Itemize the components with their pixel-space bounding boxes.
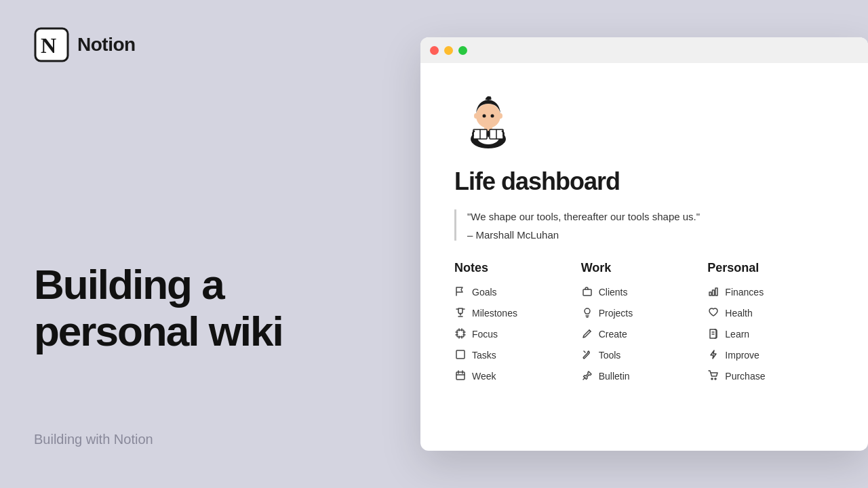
item-label: Milestones	[472, 308, 517, 319]
trophy-icon	[454, 307, 467, 320]
calendar-icon	[454, 370, 467, 383]
svg-point-6	[476, 104, 500, 128]
svg-point-8	[491, 115, 494, 118]
item-label: Tasks	[472, 350, 496, 361]
avatar-illustration	[454, 83, 522, 151]
svg-point-13	[474, 113, 478, 119]
notes-items: Goals Milestones Focus	[454, 283, 581, 386]
svg-line-33	[583, 378, 585, 380]
notion-logo-icon: N	[34, 27, 69, 62]
quote-author: – Marshall McLuhan	[467, 229, 834, 241]
list-item[interactable]: Learn	[707, 325, 834, 344]
list-item[interactable]: Week	[454, 367, 581, 386]
list-item[interactable]: Create	[581, 325, 708, 344]
list-item[interactable]: Finances	[707, 283, 834, 302]
browser-titlebar	[420, 37, 868, 63]
heading-line1: Building a	[34, 261, 224, 308]
close-button[interactable]	[430, 46, 439, 55]
list-item[interactable]: Purchase	[707, 367, 834, 386]
subheading: Building with Notion	[34, 432, 387, 447]
item-label: Create	[599, 329, 627, 340]
bar-chart-icon	[707, 286, 719, 299]
item-label: Focus	[472, 329, 498, 340]
svg-line-32	[589, 330, 591, 331]
svg-point-7	[483, 115, 486, 118]
flag-icon	[454, 286, 467, 299]
left-panel: N Notion Building a personal wiki Buildi…	[0, 0, 420, 488]
svg-point-14	[498, 113, 502, 119]
personal-items: Finances Health Learn	[707, 283, 834, 386]
svg-rect-35	[713, 290, 715, 296]
column-work: Work Clients Projects	[581, 261, 708, 386]
item-label: Clients	[599, 287, 628, 298]
list-item[interactable]: Clients	[581, 283, 708, 302]
list-item[interactable]: Improve	[707, 346, 834, 365]
svg-point-40	[715, 378, 716, 380]
svg-point-39	[711, 378, 713, 380]
heart-icon	[707, 307, 719, 320]
heading-line2: personal wiki	[34, 308, 283, 354]
logo-text: Notion	[77, 34, 136, 56]
column-header-personal: Personal	[707, 261, 834, 275]
quote-text: "We shape our tools, thereafter our tool…	[467, 209, 834, 225]
item-label: Projects	[599, 308, 633, 319]
list-item[interactable]: Projects	[581, 304, 708, 323]
logo-area: N Notion	[34, 27, 387, 62]
work-items: Clients Projects Create	[581, 283, 708, 386]
svg-rect-34	[709, 292, 711, 296]
main-heading: Building a personal wiki	[34, 262, 387, 354]
item-label: Goals	[472, 287, 497, 298]
item-label: Learn	[725, 329, 749, 340]
list-item[interactable]: Tasks	[454, 346, 581, 365]
svg-rect-29	[583, 289, 591, 296]
pin-icon	[581, 370, 593, 383]
list-item[interactable]: Health	[707, 304, 834, 323]
item-label: Bulletin	[599, 371, 630, 382]
svg-rect-25	[456, 372, 465, 380]
svg-rect-15	[457, 330, 464, 337]
book-icon	[707, 328, 719, 341]
columns-grid: Notes Goals Milestones	[454, 261, 834, 386]
page-title: Life dashboard	[454, 167, 834, 196]
item-label: Week	[472, 371, 496, 382]
maximize-button[interactable]	[458, 46, 467, 55]
list-item[interactable]: Focus	[454, 325, 581, 344]
browser-content: Life dashboard "We shape our tools, ther…	[420, 63, 868, 451]
minimize-button[interactable]	[444, 46, 453, 55]
bulb-icon	[581, 307, 593, 320]
list-item[interactable]: Tools	[581, 346, 708, 365]
quote-block: "We shape our tools, thereafter our tool…	[454, 209, 834, 241]
item-label: Improve	[725, 350, 760, 361]
column-personal: Personal Finances Health	[707, 261, 834, 386]
tools-icon	[581, 349, 593, 362]
browser-window: Life dashboard "We shape our tools, ther…	[420, 37, 868, 451]
list-item[interactable]: Milestones	[454, 304, 581, 323]
bolt-icon	[707, 349, 719, 362]
briefcase-icon	[581, 286, 593, 299]
item-label: Tools	[599, 350, 621, 361]
column-header-notes: Notes	[454, 261, 581, 275]
svg-text:N: N	[41, 33, 56, 58]
checkbox-icon	[454, 349, 467, 362]
frame-icon	[454, 328, 467, 341]
item-label: Purchase	[725, 371, 765, 382]
pencil-icon	[581, 328, 593, 341]
list-item[interactable]: Bulletin	[581, 367, 708, 386]
cart-icon	[707, 370, 719, 383]
column-header-work: Work	[581, 261, 708, 275]
list-item[interactable]: Goals	[454, 283, 581, 302]
avatar-area	[454, 83, 834, 154]
svg-rect-36	[715, 288, 717, 296]
svg-rect-24	[456, 350, 465, 359]
column-notes: Notes Goals Milestones	[454, 261, 581, 386]
item-label: Health	[725, 308, 752, 319]
item-label: Finances	[725, 287, 764, 298]
